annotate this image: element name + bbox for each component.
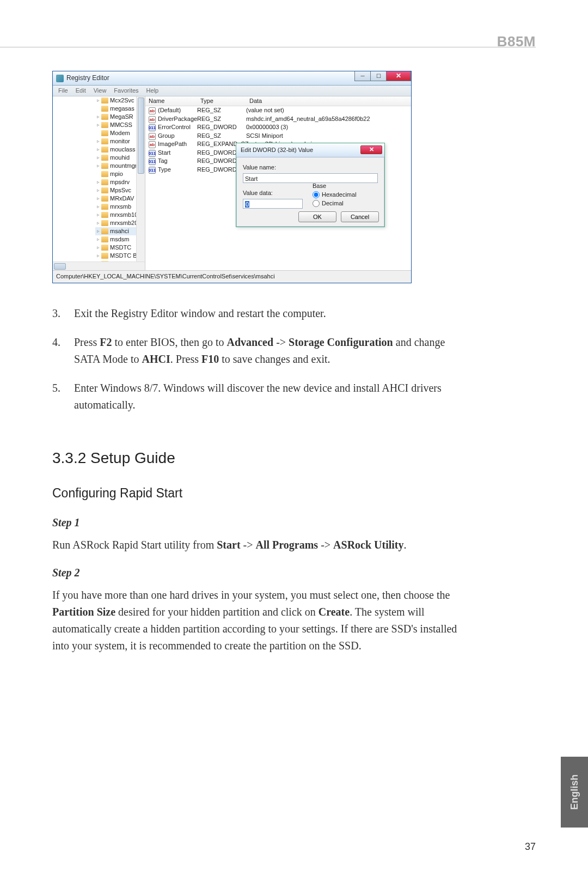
expander-icon[interactable]: ▹: [95, 211, 101, 219]
tree-item-label: mrxsmb20: [110, 219, 138, 227]
list-row[interactable]: 011ErrorControlREG_DWORD0x00000003 (3): [149, 123, 411, 132]
list-row[interactable]: ab(Default)REG_SZ(value not set): [149, 106, 411, 115]
row-name: Start: [158, 149, 170, 156]
value-data-field[interactable]: 0: [243, 199, 303, 209]
radio-dec[interactable]: [313, 200, 320, 207]
folder-icon: [101, 163, 108, 169]
page-number: 37: [525, 840, 536, 855]
col-header-type[interactable]: Type: [200, 96, 249, 106]
expander-icon[interactable]: ▹: [95, 227, 101, 235]
tree-item-label: monitor: [110, 137, 130, 145]
menu-favorites[interactable]: Favorites: [111, 86, 142, 95]
menu-file[interactable]: File: [55, 86, 71, 95]
minimize-button[interactable]: ─: [354, 71, 371, 81]
registry-tree[interactable]: ▹Mcx2Svcmegasas▹MegaSR▹MMCSSModem▹monito…: [53, 96, 145, 270]
row-name: ErrorControl: [158, 124, 191, 130]
list-row[interactable]: abDriverPackageIdREG_SZmshdc.inf_amd64_n…: [149, 115, 411, 124]
reg-dw-icon: 011: [149, 124, 156, 131]
reg-sz-icon: ab: [149, 133, 156, 140]
titlebar: Registry Editor ─ ☐ ✕: [53, 71, 411, 86]
menu-edit[interactable]: Edit: [72, 86, 89, 95]
row-type: REG_SZ: [197, 106, 246, 115]
expander-icon[interactable]: ▹: [95, 137, 101, 145]
expander-icon[interactable]: ▹: [95, 162, 101, 170]
expander-icon[interactable]: ▹: [95, 145, 101, 154]
expander-icon[interactable]: ▹: [95, 244, 101, 252]
tree-scrollbar-horizontal[interactable]: [53, 261, 145, 270]
header-rule: [0, 47, 536, 47]
list-item: 3. Exit the Registry Editor window and r…: [52, 305, 466, 322]
expander-icon[interactable]: ▹: [95, 252, 101, 260]
expander-icon[interactable]: ▹: [95, 121, 101, 129]
folder-icon: [101, 253, 108, 259]
row-data: mshdc.inf_amd64_neutral_a69a58a4286f0b22: [246, 115, 411, 124]
folder-icon: [101, 228, 108, 234]
folder-icon: [101, 179, 108, 185]
folder-icon: [101, 204, 108, 210]
expander-icon[interactable]: ▹: [95, 186, 101, 194]
section-heading: 3.3.2 Setup Guide: [52, 446, 466, 470]
folder-icon: [101, 196, 108, 202]
folder-icon: [101, 155, 108, 161]
maximize-button[interactable]: ☐: [370, 71, 387, 81]
step-label: Step 1: [52, 514, 466, 531]
radio-hex[interactable]: [313, 191, 320, 198]
cancel-button[interactable]: Cancel: [341, 211, 379, 222]
expander-icon[interactable]: ▹: [95, 203, 101, 211]
step-number: 4.: [52, 334, 74, 368]
language-tab: English: [561, 757, 588, 828]
folder-icon: [101, 138, 108, 144]
expander-icon[interactable]: ▹: [95, 194, 101, 203]
radio-hex-label: Hexadecimal: [322, 190, 357, 199]
expander-icon[interactable]: ▹: [95, 154, 101, 162]
list-row[interactable]: abGroupREG_SZSCSI Miniport: [149, 132, 411, 141]
list-header: Name Type Data: [145, 96, 411, 106]
registry-values-list: Name Type Data ab(Default)REG_SZ(value n…: [145, 96, 411, 270]
tree-item-label: mpio: [110, 170, 123, 178]
folder-icon: [101, 147, 108, 153]
col-header-name[interactable]: Name: [149, 96, 200, 106]
step1-text: Run ASRock Rapid Start utility from Star…: [52, 537, 466, 553]
col-header-data[interactable]: Data: [249, 96, 411, 106]
tree-item-label: mrxsmb: [110, 203, 131, 211]
dialog-titlebar: Edit DWORD (32-bit) Value ✕: [236, 143, 384, 157]
reg-dw-icon: 011: [149, 167, 156, 174]
expander-icon[interactable]: ▹: [95, 96, 101, 105]
row-type: REG_DWORD: [197, 123, 246, 132]
expander-icon[interactable]: ▹: [95, 113, 101, 121]
expander-icon[interactable]: ▹: [95, 219, 101, 227]
value-name-field[interactable]: Start: [243, 173, 378, 183]
step-text: Exit the Registry Editor window and rest…: [74, 305, 466, 322]
folder-icon: [101, 245, 108, 251]
status-path: Computer\HKEY_LOCAL_MACHINE\SYSTEM\Curre…: [56, 272, 275, 281]
dialog-close-button[interactable]: ✕: [360, 145, 382, 154]
language-label: English: [567, 774, 582, 810]
reg-dw-icon: 011: [149, 150, 156, 157]
row-name: Group: [158, 132, 175, 139]
menu-view[interactable]: View: [90, 86, 110, 95]
tree-item-label: mouhid: [110, 154, 130, 162]
folder-icon: [101, 114, 108, 120]
menu-help[interactable]: Help: [143, 86, 162, 95]
tree-scrollbar-vertical[interactable]: [136, 96, 145, 270]
ok-button[interactable]: OK: [298, 211, 336, 222]
value-data-label: Value data:: [243, 188, 378, 198]
section-subheading: Configuring Rapid Start: [52, 484, 466, 503]
reg-sz-icon: ab: [149, 116, 156, 123]
close-button[interactable]: ✕: [386, 71, 411, 81]
folder-icon: [101, 187, 108, 193]
tree-item-label: mrxsmb10: [110, 211, 138, 219]
expander-icon[interactable]: ▹: [95, 235, 101, 244]
base-label: Base: [313, 181, 357, 190]
row-name: (Default): [158, 107, 181, 113]
tree-item-label: MSDTC: [110, 244, 131, 252]
tree-item-label: mouclass: [110, 145, 135, 154]
dialog-title-text: Edit DWORD (32-bit) Value: [241, 145, 313, 155]
row-name: DriverPackageId: [158, 115, 197, 122]
regedit-icon: [56, 75, 64, 82]
row-name: ImagePath: [158, 141, 187, 147]
expander-icon[interactable]: ▹: [95, 178, 101, 186]
step2-text: If you have more than one hard drives in…: [52, 587, 466, 654]
window-title: Registry Editor: [66, 73, 109, 83]
folder-icon: [101, 236, 108, 242]
